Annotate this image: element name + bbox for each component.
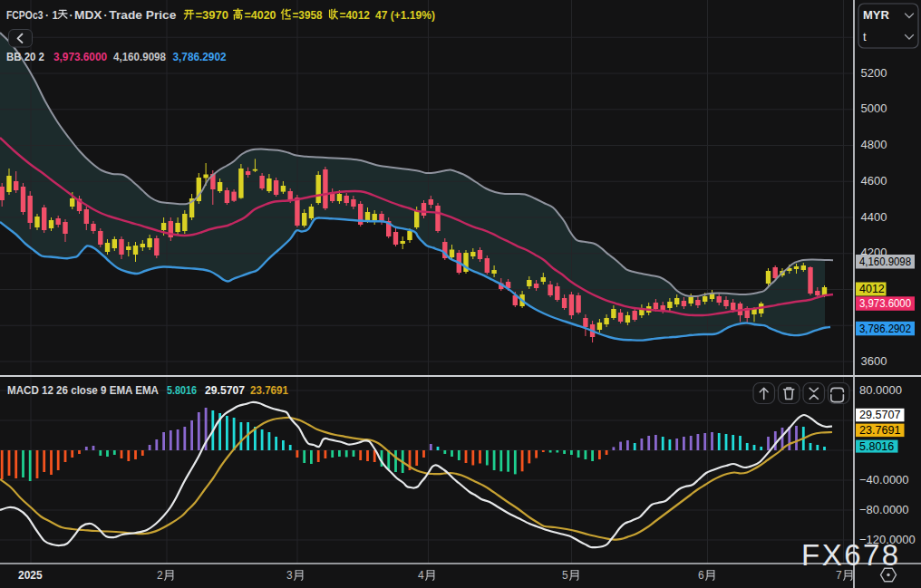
svg-text:23.7691: 23.7691 bbox=[859, 424, 901, 437]
svg-text:4600: 4600 bbox=[861, 174, 887, 188]
svg-text:6: 6 bbox=[698, 569, 704, 582]
svg-text:Trade Price: Trade Price bbox=[109, 8, 176, 22]
svg-text:−120.0000: −120.0000 bbox=[859, 533, 916, 546]
svg-text:5: 5 bbox=[562, 569, 568, 582]
svg-text:MACD 12 26 close 9 EMA EMA: MACD 12 26 close 9 EMA EMA bbox=[7, 384, 159, 397]
svg-text:=3970: =3970 bbox=[196, 8, 229, 22]
svg-text:5.8016: 5.8016 bbox=[167, 384, 197, 397]
svg-text:7: 7 bbox=[836, 569, 842, 582]
svg-text:4,160.9098: 4,160.9098 bbox=[859, 255, 911, 268]
svg-text:4: 4 bbox=[418, 569, 424, 582]
svg-text:=4020: =4020 bbox=[245, 8, 276, 22]
svg-text:−40.0000: −40.0000 bbox=[859, 473, 909, 487]
svg-text:5200: 5200 bbox=[861, 66, 887, 80]
svg-text:4012: 4012 bbox=[859, 283, 885, 295]
svg-text:·: · bbox=[70, 8, 73, 22]
svg-text:4,160.9098: 4,160.9098 bbox=[113, 51, 166, 63]
svg-text:t: t bbox=[863, 30, 867, 43]
svg-text:5000: 5000 bbox=[861, 101, 887, 115]
svg-text:BB 20 2: BB 20 2 bbox=[6, 51, 44, 63]
svg-text:29.5707: 29.5707 bbox=[859, 409, 901, 421]
svg-text:3600: 3600 bbox=[861, 354, 887, 368]
svg-text:3,786.2902: 3,786.2902 bbox=[859, 323, 911, 335]
svg-text:−80.0000: −80.0000 bbox=[859, 503, 909, 516]
svg-text:23.7691: 23.7691 bbox=[250, 384, 288, 397]
svg-text:MDX: MDX bbox=[74, 8, 102, 22]
svg-text:3,973.6000: 3,973.6000 bbox=[859, 297, 911, 310]
svg-text:2: 2 bbox=[157, 569, 163, 582]
svg-text:80.0000: 80.0000 bbox=[859, 383, 902, 397]
svg-text:=3958: =3958 bbox=[293, 8, 323, 22]
svg-text:MYR: MYR bbox=[863, 8, 890, 22]
svg-text:3,973.6000: 3,973.6000 bbox=[53, 51, 107, 63]
svg-text:=4012: =4012 bbox=[340, 8, 371, 22]
svg-text:4400: 4400 bbox=[861, 210, 887, 224]
svg-text:FCPOc3: FCPOc3 bbox=[6, 8, 44, 22]
svg-text:·: · bbox=[104, 8, 108, 22]
svg-text:3: 3 bbox=[286, 569, 293, 582]
svg-text:2025: 2025 bbox=[18, 569, 43, 582]
svg-text:4800: 4800 bbox=[861, 138, 887, 151]
svg-text:·: · bbox=[45, 8, 49, 22]
svg-text:47 (+1.19%): 47 (+1.19%) bbox=[375, 8, 435, 22]
svg-text:3,786.2902: 3,786.2902 bbox=[173, 51, 227, 63]
svg-text:29.5707: 29.5707 bbox=[205, 384, 245, 397]
svg-text:5.8016: 5.8016 bbox=[859, 440, 894, 453]
svg-text:1: 1 bbox=[53, 8, 59, 22]
